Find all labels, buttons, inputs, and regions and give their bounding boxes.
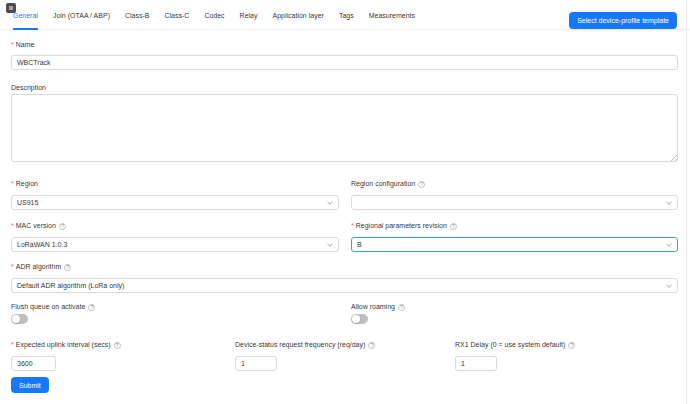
device-profile-tabs: General Join (OTAA / ABP) Class-B Class-… — [13, 0, 415, 30]
tab-measurements[interactable]: Measurements — [369, 0, 415, 30]
tab-codec[interactable]: Codec — [204, 0, 224, 30]
region-configuration-select[interactable] — [351, 195, 678, 210]
chevron-down-icon — [666, 241, 672, 247]
rx1-delay-input[interactable] — [455, 356, 497, 371]
help-circle-icon: ? — [64, 264, 71, 271]
region-select[interactable]: US915 — [11, 195, 339, 210]
regional-parameters-revision-label: * Regional parameters revision ? — [351, 221, 457, 231]
help-circle-icon: ? — [568, 342, 575, 349]
expected-uplink-interval-input[interactable] — [11, 356, 56, 371]
mac-version-select[interactable]: LoRaWAN 1.0.3 — [11, 237, 339, 252]
toggle-knob — [352, 315, 360, 323]
flush-queue-on-activate-label: Flush queue on activate ? — [11, 302, 95, 312]
required-asterisk: * — [11, 262, 14, 272]
name-label: * Name — [11, 40, 34, 50]
mac-version-label: * MAC version ? — [11, 221, 66, 231]
description-textarea[interactable] — [11, 94, 678, 162]
adr-algorithm-select-value: Default ADR algorithm (LoRa only) — [17, 282, 124, 289]
flush-queue-on-activate-toggle[interactable] — [11, 314, 28, 324]
tab-class-c[interactable]: Class-C — [164, 0, 189, 30]
required-asterisk: * — [11, 340, 14, 350]
help-circle-icon: ? — [114, 342, 121, 349]
submit-button[interactable]: Submit — [11, 377, 49, 393]
allow-roaming-toggle[interactable] — [351, 314, 368, 324]
tab-class-b[interactable]: Class-B — [125, 0, 150, 30]
tab-tags[interactable]: Tags — [339, 0, 354, 30]
required-asterisk: * — [11, 221, 14, 231]
required-asterisk: * — [11, 40, 14, 50]
tab-general[interactable]: General — [13, 0, 38, 30]
rx1-delay-label: RX1 Delay (0 = use system default) ? — [455, 340, 575, 350]
device-status-request-frequency-label: Device-status request frequency (req/day… — [235, 340, 375, 350]
mac-version-select-value: LoRaWAN 1.0.3 — [17, 241, 67, 248]
chevron-down-icon — [666, 199, 672, 205]
select-device-profile-template-button[interactable]: Select device-profile template — [569, 12, 677, 29]
device-status-request-frequency-input[interactable] — [235, 356, 277, 371]
help-circle-icon: ? — [418, 181, 425, 188]
regional-parameters-revision-select-value: B — [357, 241, 362, 248]
chevron-down-icon — [327, 241, 333, 247]
help-circle-icon: ? — [450, 223, 457, 230]
device-profile-page: General Join (OTAA / ABP) Class-B Class-… — [0, 0, 690, 404]
chevron-down-icon — [666, 282, 672, 288]
adr-algorithm-label: * ADR algorithm ? — [11, 262, 71, 272]
page-edge-line — [686, 0, 687, 404]
description-label: Description — [11, 83, 46, 93]
toggle-knob — [12, 315, 20, 323]
region-configuration-label: Region configuration ? — [351, 179, 425, 189]
corner-badge-glyph — [9, 6, 13, 10]
tab-application-layer[interactable]: Application layer — [273, 0, 324, 30]
name-input[interactable] — [11, 55, 678, 70]
help-circle-icon: ? — [88, 304, 95, 311]
region-label: * Region — [11, 179, 38, 189]
expected-uplink-interval-label: * Expected uplink interval (secs) ? — [11, 340, 121, 350]
help-circle-icon: ? — [59, 223, 66, 230]
tab-join-otaa-abp[interactable]: Join (OTAA / ABP) — [53, 0, 110, 30]
help-circle-icon: ? — [398, 304, 405, 311]
required-asterisk: * — [351, 221, 354, 231]
regional-parameters-revision-select[interactable]: B — [351, 237, 678, 252]
help-circle-icon: ? — [368, 342, 375, 349]
screenshot-corner-badge — [6, 3, 16, 13]
chevron-down-icon — [327, 199, 333, 205]
tab-relay[interactable]: Relay — [240, 0, 258, 30]
allow-roaming-label: Allow roaming ? — [351, 302, 405, 312]
region-select-value: US915 — [17, 199, 38, 206]
adr-algorithm-select[interactable]: Default ADR algorithm (LoRa only) — [11, 278, 678, 293]
required-asterisk: * — [11, 179, 14, 189]
